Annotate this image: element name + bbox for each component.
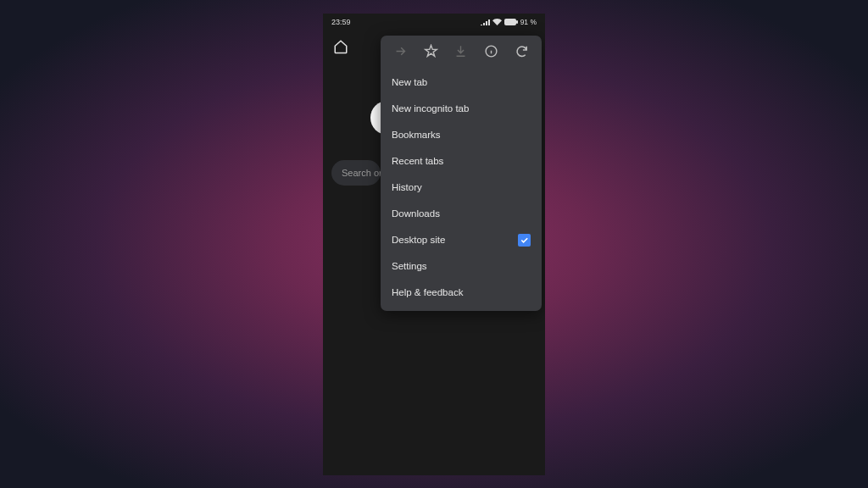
desktop-site-checkbox[interactable] <box>518 234 531 247</box>
menu-item-bookmarks[interactable]: Bookmarks <box>381 122 542 148</box>
download-button[interactable] <box>448 39 474 64</box>
wifi-icon <box>492 19 502 25</box>
menu-item-new-incognito-tab[interactable]: New incognito tab <box>381 96 542 122</box>
battery-percent: 91 % <box>520 18 537 26</box>
menu-item-label: Recent tabs <box>392 156 443 166</box>
menu-item-new-tab[interactable]: New tab <box>381 69 542 96</box>
info-button[interactable] <box>479 39 504 64</box>
menu-item-help-feedback[interactable]: Help & feedback <box>381 280 542 306</box>
home-button[interactable] <box>331 37 350 56</box>
svg-rect-1 <box>516 20 518 24</box>
battery-icon <box>504 19 518 25</box>
status-indicators: 91 % <box>481 18 537 26</box>
refresh-icon <box>515 44 529 58</box>
menu-item-downloads[interactable]: Downloads <box>381 201 542 227</box>
menu-item-label: Help & feedback <box>392 287 463 297</box>
menu-item-history[interactable]: History <box>381 175 542 201</box>
info-icon <box>484 44 498 58</box>
menu-item-label: Bookmarks <box>392 130 441 140</box>
menu-items-list: New tab New incognito tab Bookmarks Rece… <box>381 68 542 311</box>
menu-item-label: History <box>392 182 422 192</box>
check-icon <box>520 236 529 245</box>
menu-item-label: Desktop site <box>392 235 445 245</box>
menu-item-label: Downloads <box>392 208 440 219</box>
bookmark-button[interactable] <box>418 39 443 64</box>
menu-item-label: New tab <box>392 77 427 87</box>
menu-icon-row <box>381 36 542 68</box>
arrow-forward-icon <box>393 44 408 58</box>
menu-item-desktop-site[interactable]: Desktop site <box>381 227 542 253</box>
menu-item-recent-tabs[interactable]: Recent tabs <box>381 148 542 175</box>
svg-rect-0 <box>504 19 516 25</box>
menu-item-label: Settings <box>392 261 427 271</box>
signal-icon <box>481 19 490 25</box>
overflow-menu: New tab New incognito tab Bookmarks Rece… <box>381 36 542 311</box>
download-icon <box>453 44 468 58</box>
menu-item-settings[interactable]: Settings <box>381 253 542 280</box>
status-bar: 23:59 91 % <box>323 14 545 30</box>
home-icon <box>333 39 348 54</box>
star-icon <box>424 44 438 58</box>
refresh-button[interactable] <box>509 39 534 64</box>
search-input[interactable]: Search or <box>331 160 381 186</box>
menu-item-label: New incognito tab <box>392 103 469 114</box>
search-placeholder: Search or <box>342 168 381 178</box>
forward-button[interactable] <box>388 39 414 64</box>
status-time: 23:59 <box>331 18 351 26</box>
phone-frame: 23:59 91 % Search or <box>323 14 545 475</box>
